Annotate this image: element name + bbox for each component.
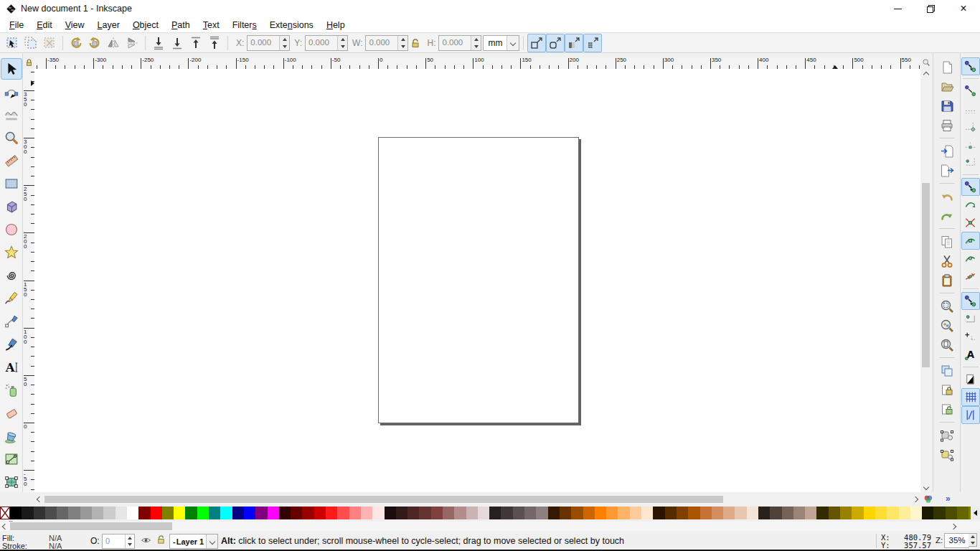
pencil-tool[interactable] xyxy=(1,288,22,309)
transform-gradients-toggle[interactable] xyxy=(565,34,583,52)
ellipse-tool[interactable] xyxy=(1,219,22,240)
3d-box-tool[interactable] xyxy=(1,196,22,217)
scroll-up-button[interactable] xyxy=(920,69,931,80)
palette-swatch[interactable] xyxy=(864,507,875,519)
palette-swatch[interactable] xyxy=(933,507,945,519)
spray-tool[interactable] xyxy=(1,380,22,401)
palette-swatch-none[interactable] xyxy=(0,507,10,519)
scroll-right-button[interactable] xyxy=(910,494,920,504)
canvas[interactable] xyxy=(34,69,920,492)
palette-swatch[interactable] xyxy=(899,507,910,519)
rotate-cw-button[interactable] xyxy=(85,34,104,52)
palette-swatch[interactable] xyxy=(595,507,606,519)
palette-swatch[interactable] xyxy=(68,507,80,519)
eraser-tool[interactable] xyxy=(1,402,22,424)
palette-swatch[interactable] xyxy=(244,507,255,519)
palette-swatch[interactable] xyxy=(946,507,957,519)
snap-paths-toggle[interactable] xyxy=(961,196,980,214)
palette-swatch[interactable] xyxy=(279,507,291,519)
zoom-selection-button[interactable] xyxy=(937,296,957,316)
menu-filters[interactable]: Filters xyxy=(226,19,263,32)
zoom-page-button[interactable] xyxy=(937,335,957,354)
paint-bucket-tool[interactable] xyxy=(1,425,22,447)
snap-bbox-edge-midpoints-toggle[interactable] xyxy=(961,136,980,154)
snap-bar-overflow-button[interactable]: » xyxy=(946,494,951,504)
palette-swatch[interactable] xyxy=(314,507,326,519)
preferences-button[interactable] xyxy=(937,445,957,464)
raise-button[interactable] xyxy=(187,34,205,52)
palette-swatch[interactable] xyxy=(816,507,828,519)
palette-swatch[interactable] xyxy=(419,507,430,519)
layer-lock-toggle[interactable] xyxy=(156,534,166,546)
menu-object[interactable]: Object xyxy=(126,19,165,32)
palette-swatch[interactable] xyxy=(302,507,314,519)
palette-swatch[interactable] xyxy=(700,507,712,519)
palette-swatch[interactable] xyxy=(513,507,524,519)
node-editor-tool[interactable] xyxy=(1,81,22,103)
lower-to-bottom-button[interactable] xyxy=(149,34,168,52)
snap-guides-toggle[interactable] xyxy=(961,406,980,424)
snap-bbox-corners-toggle[interactable] xyxy=(961,118,980,136)
flip-vertical-button[interactable] xyxy=(123,34,141,52)
snap-rotation-centers-toggle[interactable] xyxy=(961,328,980,346)
vertical-scrollbar-thumb[interactable] xyxy=(922,183,930,367)
opacity-spinners[interactable] xyxy=(125,534,134,548)
zoom-field[interactable]: 35% xyxy=(944,533,969,548)
palette-swatch[interactable] xyxy=(443,507,454,519)
palette-swatch[interactable] xyxy=(209,507,220,519)
palette-scroll-left-button[interactable] xyxy=(0,522,10,531)
palette-swatch[interactable] xyxy=(536,507,547,519)
scale-stroke-toggle[interactable] xyxy=(527,34,546,52)
palette-scroll-right-button[interactable] xyxy=(948,522,958,531)
restore-button[interactable] xyxy=(914,0,947,17)
x-field[interactable]: 0.000 xyxy=(247,35,290,51)
snap-text-baselines-toggle[interactable]: A xyxy=(961,346,980,364)
palette-swatch[interactable] xyxy=(910,507,922,519)
palette-scrollbar[interactable] xyxy=(0,522,980,531)
open-file-button[interactable] xyxy=(937,77,957,96)
scale-corners-toggle[interactable] xyxy=(546,34,565,52)
lock-width-height-toggle[interactable] xyxy=(408,34,423,52)
vertical-scrollbar[interactable] xyxy=(920,69,931,492)
palette-swatch[interactable] xyxy=(138,507,150,519)
ruler-top[interactable]: -350-300-250-200-150-100-500501001502002… xyxy=(34,57,920,69)
snap-cusp-nodes-toggle[interactable] xyxy=(961,232,980,250)
units-dropdown[interactable]: mm xyxy=(483,35,519,51)
close-button[interactable]: × xyxy=(947,0,980,17)
palette-more-button[interactable] xyxy=(971,507,980,519)
palette-swatch[interactable] xyxy=(887,507,898,519)
raise-to-top-button[interactable] xyxy=(205,34,224,52)
palette-swatch[interactable] xyxy=(92,507,103,519)
x-field-spinners[interactable] xyxy=(279,36,289,50)
redo-button[interactable] xyxy=(937,206,957,225)
palette-swatch[interactable] xyxy=(641,507,653,519)
menu-help[interactable]: Help xyxy=(320,19,352,32)
palette-swatch[interactable] xyxy=(220,507,232,519)
undo-button[interactable] xyxy=(937,187,957,206)
palette-swatch[interactable] xyxy=(840,507,852,519)
palette-swatch[interactable] xyxy=(337,507,349,519)
menu-file[interactable]: File xyxy=(3,19,30,32)
measure-tool[interactable] xyxy=(1,150,22,171)
paste-button[interactable] xyxy=(937,270,957,290)
palette-swatch[interactable] xyxy=(571,507,583,519)
snap-bbox-edges-toggle[interactable] xyxy=(961,100,980,118)
scroll-down-button[interactable] xyxy=(920,481,931,492)
palette-swatch[interactable] xyxy=(232,507,244,519)
palette-swatch[interactable] xyxy=(57,507,68,519)
print-button[interactable] xyxy=(937,116,957,135)
palette-swatch[interactable] xyxy=(103,507,115,519)
snap-bbox-centers-toggle[interactable] xyxy=(961,154,980,171)
snap-others-toggle[interactable] xyxy=(961,292,980,310)
scroll-left-button[interactable] xyxy=(34,494,44,504)
zoom-tool[interactable] xyxy=(1,127,22,149)
palette-swatch[interactable] xyxy=(688,507,699,519)
clone-button[interactable] xyxy=(937,380,957,400)
y-field[interactable]: 0.000 xyxy=(305,35,348,51)
palette-swatch[interactable] xyxy=(501,507,512,519)
rotate-ccw-button[interactable] xyxy=(67,34,85,52)
palette-swatch[interactable] xyxy=(723,507,735,519)
snap-enable-toggle[interactable] xyxy=(961,57,980,75)
color-management-toggle[interactable] xyxy=(923,494,933,507)
palette-swatch[interactable] xyxy=(560,507,571,519)
